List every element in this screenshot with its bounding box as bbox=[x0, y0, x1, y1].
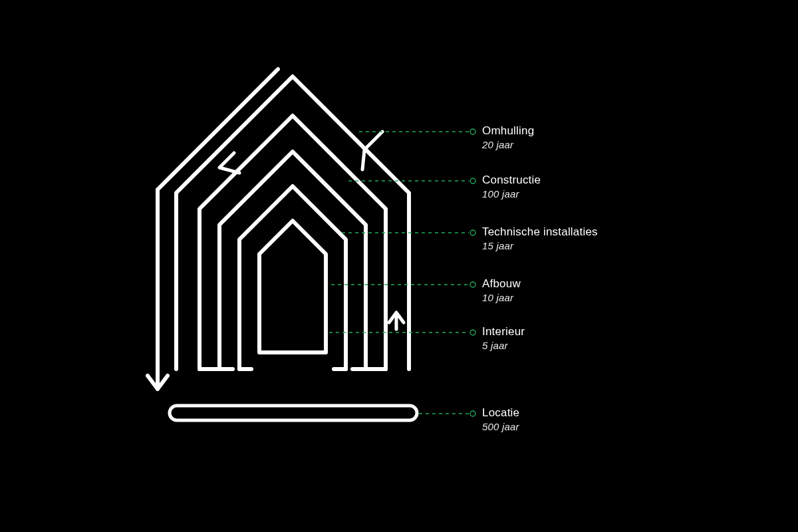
label-afbouw: Afbouw 10 jaar bbox=[482, 277, 521, 303]
label-subtitle: 500 jaar bbox=[482, 421, 519, 432]
label-constructie: Constructie 100 jaar bbox=[482, 174, 541, 200]
label-subtitle: 20 jaar bbox=[482, 139, 534, 150]
house-layers-icon bbox=[0, 0, 798, 532]
layer-locatie-icon bbox=[170, 406, 417, 420]
label-omhulling: Omhulling 20 jaar bbox=[482, 124, 534, 150]
layer-afbouw-icon bbox=[239, 186, 346, 369]
label-subtitle: 10 jaar bbox=[482, 292, 521, 303]
layer-interieur-icon bbox=[259, 221, 326, 352]
label-title: Interieur bbox=[482, 325, 525, 338]
svg-point-9 bbox=[470, 230, 475, 235]
label-title: Omhulling bbox=[482, 124, 534, 138]
svg-point-7 bbox=[470, 178, 475, 184]
svg-point-11 bbox=[470, 282, 475, 287]
svg-point-5 bbox=[470, 129, 475, 134]
label-locatie: Locatie 500 jaar bbox=[482, 406, 519, 432]
label-title: Afbouw bbox=[482, 277, 521, 291]
label-subtitle: 15 jaar bbox=[482, 240, 598, 251]
svg-point-13 bbox=[470, 330, 475, 335]
label-title: Technische installaties bbox=[482, 225, 598, 239]
label-subtitle: 5 jaar bbox=[482, 340, 525, 351]
svg-point-15 bbox=[470, 411, 475, 416]
label-technisch: Technische installaties 15 jaar bbox=[482, 225, 598, 251]
label-subtitle: 100 jaar bbox=[482, 188, 541, 200]
label-title: Constructie bbox=[482, 174, 541, 187]
label-title: Locatie bbox=[482, 406, 519, 420]
diagram-stage: Omhulling 20 jaar Constructie 100 jaar T… bbox=[0, 0, 798, 532]
layer-afbouw-arrow-icon bbox=[389, 313, 404, 329]
label-interieur: Interieur 5 jaar bbox=[482, 325, 525, 351]
